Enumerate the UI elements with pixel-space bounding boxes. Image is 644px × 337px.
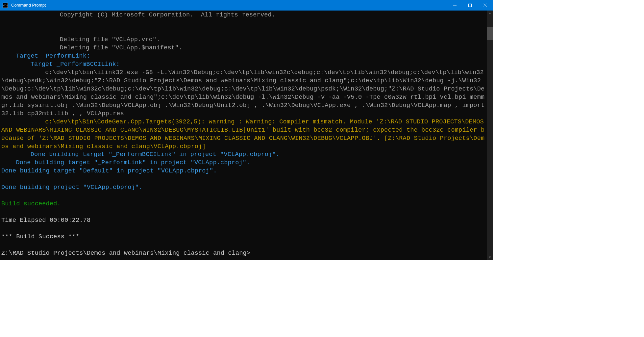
close-icon: [483, 4, 487, 7]
window-controls: [447, 0, 493, 11]
build-succeeded-line: Build succeeded.: [1, 200, 61, 207]
output-line: Deleting file "VCLApp.vrc".: [60, 36, 160, 43]
window-title: Command Prompt: [11, 2, 447, 8]
minimize-icon: [453, 4, 457, 7]
prompt-line[interactable]: Z:\RAD Studio Projects\Demos and webinar…: [1, 250, 250, 257]
terminal-output[interactable]: Copyright (C) Microsoft Corporation. All…: [0, 11, 487, 260]
app-icon: C:\.: [3, 3, 8, 8]
output-line: c:\dev\tp\bin\ilink32.exe -G8 -L.\Win32\…: [1, 69, 484, 117]
maximize-icon: [468, 4, 472, 7]
output-line: Target _PerformBCCILink:: [31, 61, 120, 68]
output-line: Done building target "_PerformBCCILink" …: [31, 151, 280, 158]
build-success-line: *** Build Success ***: [1, 233, 79, 240]
output-line: Time Elapsed 00:00:22.78: [1, 217, 90, 224]
ilink-command: c:\dev\tp\bin\ilink32.exe -G8 -L.\Win32\…: [1, 69, 484, 117]
scroll-down-button[interactable]: ▼: [487, 255, 493, 260]
output-line: Target _PerformLink:: [16, 53, 90, 60]
compiler-warning: c:\dev\tp\Bin\CodeGear.Cpp.Targets(3922,…: [1, 118, 487, 150]
svg-rect-1: [469, 4, 472, 7]
scroll-up-button[interactable]: ▲: [487, 11, 493, 16]
maximize-button[interactable]: [462, 0, 478, 11]
client-area: Copyright (C) Microsoft Corporation. All…: [0, 11, 493, 260]
titlebar[interactable]: C:\. Command Prompt: [0, 0, 493, 11]
close-button[interactable]: [478, 0, 493, 11]
output-line: Copyright (C) Microsoft Corporation. All…: [60, 12, 276, 18]
output-warning-line: c:\dev\tp\Bin\CodeGear.Cpp.Targets(3922,…: [1, 118, 487, 150]
vertical-scrollbar[interactable]: ▲ ▼: [487, 11, 493, 260]
command-prompt-window: C:\. Command Prompt Copyright (C) Micros…: [0, 0, 493, 260]
scroll-thumb[interactable]: [487, 27, 493, 40]
output-line: Done building target "_PerformLink" in p…: [16, 159, 250, 166]
output-line: Done building project "VCLApp.cbproj".: [1, 184, 142, 191]
minimize-button[interactable]: [447, 0, 462, 11]
output-line: Done building target "Default" in projec…: [1, 168, 217, 174]
output-line: Deleting file "VCLApp.$manifest".: [60, 44, 183, 51]
